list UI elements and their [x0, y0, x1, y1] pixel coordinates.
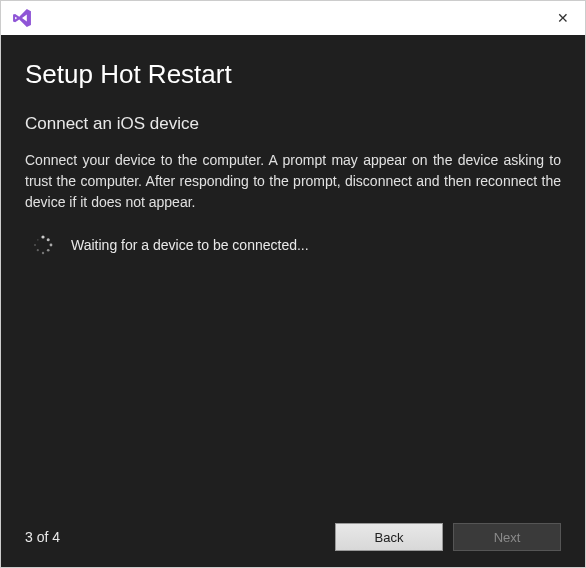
- svg-point-4: [42, 252, 44, 254]
- dialog-window: ✕ Setup Hot Restart Connect an iOS devic…: [0, 0, 586, 568]
- close-icon: ✕: [557, 10, 569, 26]
- close-button[interactable]: ✕: [541, 1, 585, 35]
- visual-studio-icon: [11, 7, 33, 29]
- page-subtitle: Connect an iOS device: [25, 114, 561, 134]
- svg-point-0: [41, 235, 44, 238]
- svg-point-1: [47, 238, 50, 241]
- app-logo: [11, 7, 33, 29]
- svg-point-3: [47, 249, 50, 252]
- spinner-icon: [33, 235, 53, 255]
- connection-status: Waiting for a device to be connected...: [25, 235, 561, 255]
- back-button[interactable]: Back: [335, 523, 443, 551]
- content-area: Setup Hot Restart Connect an iOS device …: [1, 35, 585, 567]
- page-indicator: 3 of 4: [25, 529, 60, 545]
- status-text: Waiting for a device to be connected...: [71, 237, 309, 253]
- titlebar: ✕: [1, 1, 585, 35]
- svg-point-6: [34, 244, 36, 246]
- footer: 3 of 4 Back Next: [25, 523, 561, 551]
- svg-point-7: [37, 239, 39, 241]
- instructions-text: Connect your device to the computer. A p…: [25, 150, 561, 213]
- svg-point-5: [37, 249, 39, 251]
- footer-buttons: Back Next: [335, 523, 561, 551]
- page-title: Setup Hot Restart: [25, 59, 561, 90]
- next-button: Next: [453, 523, 561, 551]
- svg-point-2: [50, 244, 53, 247]
